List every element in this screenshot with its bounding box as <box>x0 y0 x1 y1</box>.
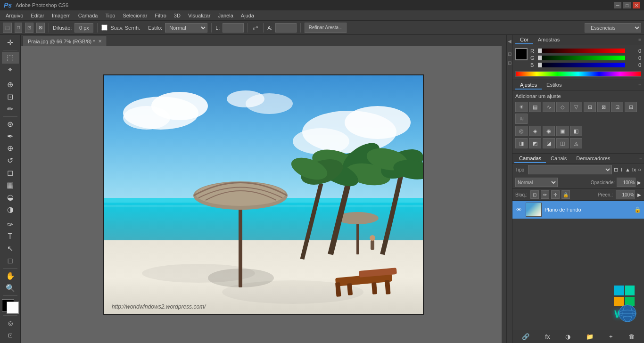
adj-extra-4[interactable]: ◫ <box>556 138 569 148</box>
layer-effects-btn[interactable]: fx <box>543 332 552 341</box>
swap-icon[interactable]: ⇄ <box>252 23 259 33</box>
green-slider[interactable] <box>538 56 625 60</box>
type-filter-4[interactable]: fx <box>632 167 636 172</box>
blend-mode-select[interactable]: Normal <box>515 178 558 187</box>
clone-tool[interactable]: ⊕ <box>2 143 19 155</box>
lock-transparent[interactable]: ⊡ <box>530 190 539 199</box>
adj-levels[interactable]: ▤ <box>529 102 541 112</box>
tab-amostras[interactable]: Amostras <box>533 36 564 44</box>
opacity-input[interactable] <box>617 178 636 187</box>
new-group-btn[interactable]: 📁 <box>584 332 595 341</box>
new-layer-btn[interactable]: + <box>607 332 615 341</box>
minimize-button[interactable]: ─ <box>614 2 621 8</box>
adj-brightness[interactable]: ☀ <box>515 102 528 112</box>
tab-demarcadores[interactable]: Demarcadores <box>571 155 615 163</box>
brush-tool[interactable]: ✒ <box>2 131 19 142</box>
path-selection-tool[interactable]: ↖ <box>2 243 19 254</box>
tool-opt-3[interactable]: ⊠ <box>36 23 45 33</box>
delete-layer-btn[interactable]: 🗑 <box>627 332 636 341</box>
tab-camadas[interactable]: Camadas <box>514 155 546 163</box>
dodge-tool[interactable]: ◑ <box>2 204 19 215</box>
menu-ajuda[interactable]: Ajuda <box>237 12 258 19</box>
menu-editar[interactable]: Editar <box>27 12 48 19</box>
lock-pixels[interactable]: ✏ <box>541 190 549 199</box>
adj-extra-5[interactable]: ◬ <box>570 138 582 148</box>
zoom-tool[interactable]: 🔍 <box>2 282 19 294</box>
type-filter-3[interactable]: ▲ <box>625 167 630 172</box>
adj-gradient-map[interactable]: ▣ <box>556 126 569 136</box>
color-swatch-fg[interactable] <box>515 48 528 60</box>
adj-photo-filter[interactable]: ⊟ <box>625 102 637 112</box>
panel-icon-1[interactable]: ⊡ <box>508 51 512 57</box>
text-tool[interactable]: T <box>2 230 19 242</box>
adj-extra-3[interactable]: ◪ <box>543 138 555 148</box>
move-tool[interactable]: ✛ <box>2 37 19 49</box>
close-button[interactable]: ✕ <box>633 2 640 8</box>
marquee-tool[interactable]: ⬚ <box>2 52 19 64</box>
eraser-tool[interactable]: ◻ <box>2 167 19 179</box>
type-filter-1[interactable]: ⊡ <box>614 167 618 173</box>
tab-estilos[interactable]: Estilos <box>542 81 566 90</box>
menu-arquivo[interactable]: Arquivo <box>2 12 27 19</box>
workspace-select[interactable]: Essenciais <box>585 23 641 33</box>
tab-cor[interactable]: Cor <box>515 36 533 44</box>
screen-mode-btn[interactable]: ⊡ <box>2 329 19 341</box>
tool-opt-1[interactable]: □ <box>15 23 22 33</box>
shape-tool[interactable]: □ <box>2 255 19 267</box>
adj-posterize[interactable]: ◈ <box>529 126 541 136</box>
adj-extra-1[interactable]: ◨ <box>515 138 528 148</box>
menu-selecionar[interactable]: Selecionar <box>119 12 151 19</box>
add-mask-btn[interactable]: ◑ <box>563 332 572 341</box>
A-input[interactable] <box>275 23 297 33</box>
eyedropper-tool[interactable]: ✏ <box>2 103 19 115</box>
tab-close-button[interactable]: ✕ <box>98 39 102 44</box>
adj-vibrance[interactable]: ▽ <box>570 102 582 112</box>
menu-janela[interactable]: Janela <box>214 12 237 19</box>
tool-opt-2[interactable]: ⊡ <box>25 23 33 33</box>
maximize-button[interactable]: □ <box>623 2 631 8</box>
adj-channel-mixer[interactable]: ≋ <box>515 114 528 124</box>
blue-slider[interactable] <box>538 63 625 67</box>
lock-all[interactable]: 🔒 <box>561 190 570 199</box>
layer-visibility-icon[interactable]: 👁 <box>515 206 523 213</box>
type-filter-toggle[interactable]: ○ <box>638 167 641 172</box>
blur-tool[interactable]: ◒ <box>2 191 19 203</box>
adj-hsl[interactable]: ⊞ <box>584 102 596 112</box>
link-layers-btn[interactable]: 🔗 <box>520 332 531 341</box>
menu-tipo[interactable]: Tipo <box>101 12 119 19</box>
adj-selective-color[interactable]: ◧ <box>570 126 582 136</box>
titlebar-controls[interactable]: ─ □ ✕ <box>614 2 640 8</box>
style-select[interactable]: Normal <box>165 23 207 33</box>
opacity-arrow[interactable]: ▶ <box>637 180 641 185</box>
adj-panel-collapse[interactable]: ≡ <box>638 82 641 88</box>
color-panel-collapse[interactable]: ≡ <box>638 37 641 42</box>
menu-filtro[interactable]: Filtro <box>151 12 170 19</box>
healing-brush-tool[interactable]: ⊛ <box>2 118 19 130</box>
canvas-content[interactable]: http://worldwindows2.wordpress.com/ <box>21 46 506 343</box>
panel-collapse-strip[interactable]: ◀ ⊡ ⊡ <box>506 35 512 343</box>
gradient-tool[interactable]: ▦ <box>2 179 19 191</box>
diffusion-input[interactable] <box>74 23 93 33</box>
refine-edge-button[interactable]: Refinar Aresta... <box>305 23 347 33</box>
tab-ajustes[interactable]: Ajustes <box>515 81 542 90</box>
background-color[interactable] <box>7 302 19 314</box>
pen-tool[interactable]: ✑ <box>2 219 19 230</box>
document-tab[interactable]: Praia.jpg @ 66,7% (RGB/8) * ✕ <box>23 36 107 46</box>
layer-item-background[interactable]: 👁 Plano de Fundo 🔒 <box>512 201 644 219</box>
layers-panel-collapse[interactable]: ≡ <box>639 156 642 162</box>
adj-curves[interactable]: ∿ <box>543 102 555 112</box>
history-brush-tool[interactable]: ↺ <box>2 155 19 166</box>
menu-visualizar[interactable]: Visualizar <box>184 12 215 19</box>
L-input[interactable] <box>223 23 244 33</box>
scroll-edge-right[interactable] <box>502 46 506 343</box>
lasso-tool[interactable]: ⌖ <box>2 64 19 76</box>
hand-tool[interactable]: ✋ <box>2 270 19 282</box>
adj-exposure[interactable]: ◇ <box>556 102 569 112</box>
rainbow-bar[interactable] <box>515 71 641 77</box>
type-filter-2[interactable]: T <box>620 167 623 172</box>
smoothing-checkbox[interactable] <box>101 24 107 31</box>
collapse-icon[interactable]: ◀ <box>508 39 512 44</box>
quick-mask-btn[interactable]: ◎ <box>2 317 19 329</box>
canvas-area[interactable]: Praia.jpg @ 66,7% (RGB/8) * ✕ <box>21 35 506 343</box>
adj-extra-2[interactable]: ◩ <box>529 138 541 148</box>
